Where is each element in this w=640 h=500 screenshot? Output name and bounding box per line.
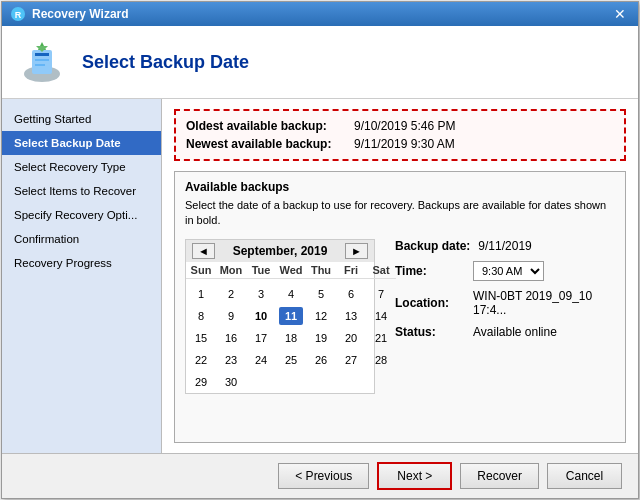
window-title: Recovery Wizard [32, 7, 129, 21]
cal-header-wed: Wed [276, 262, 306, 279]
sidebar-item-select-recovery-type[interactable]: Select Recovery Type [2, 155, 161, 179]
cal-header-sun: Sun [186, 262, 216, 279]
sidebar-item-select-backup-date[interactable]: Select Backup Date [2, 131, 161, 155]
sidebar-item-select-items-to-recover[interactable]: Select Items to Recover [2, 179, 161, 203]
newest-backup-row: Newest available backup: 9/11/2019 9:30 … [186, 135, 614, 153]
calendar-day[interactable]: 11 [276, 305, 306, 327]
svg-text:R: R [15, 10, 22, 20]
title-bar-left: R Recovery Wizard [10, 6, 129, 22]
sidebar-item-specify-recovery-options[interactable]: Specify Recovery Opti... [2, 203, 161, 227]
calendar-day[interactable]: 13 [336, 305, 366, 327]
status-label: Status: [395, 325, 465, 339]
next-button[interactable]: Next > [377, 462, 452, 490]
svg-rect-5 [35, 59, 49, 61]
cancel-button[interactable]: Cancel [547, 463, 622, 489]
newest-backup-value: 9/11/2019 9:30 AM [354, 137, 455, 151]
calendar-day [366, 371, 396, 393]
calendar-day[interactable]: 21 [366, 327, 396, 349]
calendar-day[interactable]: 26 [306, 349, 336, 371]
main-body: Getting Started Select Backup Date Selec… [2, 99, 638, 453]
calendar-day [336, 371, 366, 393]
calendar-day [276, 371, 306, 393]
calendar-day[interactable]: 23 [216, 349, 246, 371]
calendar-day[interactable]: 29 [186, 371, 216, 393]
backup-date-value: 9/11/2019 [478, 239, 531, 253]
calendar-day[interactable]: 24 [246, 349, 276, 371]
calendar-day[interactable]: 9 [216, 305, 246, 327]
calendar-day[interactable]: 4 [276, 283, 306, 305]
backup-details: Backup date: 9/11/2019 Time: 9:30 AM Loc… [395, 239, 615, 394]
calendar-day[interactable]: 22 [186, 349, 216, 371]
footer: < Previous Next > Recover Cancel [2, 453, 638, 498]
oldest-backup-row: Oldest available backup: 9/10/2019 5:46 … [186, 117, 614, 135]
calendar-day[interactable]: 20 [336, 327, 366, 349]
calendar-day[interactable]: 15 [186, 327, 216, 349]
calendar-day[interactable]: 8 [186, 305, 216, 327]
recover-button[interactable]: Recover [460, 463, 539, 489]
calendar-day[interactable]: 7 [366, 283, 396, 305]
wizard-icon: R [10, 6, 26, 22]
calendar-day[interactable]: 5 [306, 283, 336, 305]
sidebar: Getting Started Select Backup Date Selec… [2, 99, 162, 453]
header-section: Select Backup Date [2, 26, 638, 99]
available-backups-desc: Select the date of a backup to use for r… [185, 198, 615, 229]
svg-rect-4 [35, 53, 49, 56]
calendar-day[interactable]: 1 [186, 283, 216, 305]
available-backups-title: Available backups [185, 180, 615, 194]
calendar-day[interactable]: 12 [306, 305, 336, 327]
previous-button[interactable]: < Previous [278, 463, 369, 489]
calendar-header: ◄ September, 2019 ► [186, 240, 374, 262]
calendar-table: Sun Mon Tue Wed Thu Fri Sat 123 [186, 262, 396, 393]
calendar-day[interactable]: 10 [246, 305, 276, 327]
calendar-day[interactable]: 27 [336, 349, 366, 371]
time-label: Time: [395, 264, 465, 278]
content-area: Oldest available backup: 9/10/2019 5:46 … [162, 99, 638, 453]
calendar-day[interactable]: 28 [366, 349, 396, 371]
backup-date-label: Backup date: [395, 239, 470, 253]
location-label: Location: [395, 296, 465, 310]
status-value: Available online [473, 325, 557, 339]
calendar: ◄ September, 2019 ► Sun Mon Tue Wed [185, 239, 375, 394]
svg-rect-6 [35, 64, 45, 66]
oldest-backup-value: 9/10/2019 5:46 PM [354, 119, 455, 133]
sidebar-item-recovery-progress[interactable]: Recovery Progress [2, 251, 161, 275]
location-row: Location: WIN-0BT 2019_09_10 17:4... [395, 289, 615, 317]
header-title: Select Backup Date [82, 52, 249, 73]
calendar-day[interactable]: 14 [366, 305, 396, 327]
calendar-day[interactable]: 30 [216, 371, 246, 393]
header-icon [18, 38, 66, 86]
sidebar-item-getting-started[interactable]: Getting Started [2, 107, 161, 131]
cal-header-fri: Fri [336, 262, 366, 279]
time-row: Time: 9:30 AM [395, 261, 615, 281]
time-select[interactable]: 9:30 AM [473, 261, 544, 281]
calendar-day[interactable]: 16 [216, 327, 246, 349]
calendar-and-info: ◄ September, 2019 ► Sun Mon Tue Wed [185, 239, 615, 394]
cal-header-tue: Tue [246, 262, 276, 279]
available-backups-box: Available backups Select the date of a b… [174, 171, 626, 443]
info-box: Oldest available backup: 9/10/2019 5:46 … [174, 109, 626, 161]
calendar-day[interactable]: 19 [306, 327, 336, 349]
calendar-month: September, 2019 [233, 244, 328, 258]
title-bar: R Recovery Wizard ✕ [2, 2, 638, 26]
recovery-wizard-window: R Recovery Wizard ✕ Select Backup Date G… [1, 1, 639, 499]
calendar-day[interactable]: 18 [276, 327, 306, 349]
oldest-backup-label: Oldest available backup: [186, 119, 346, 133]
calendar-prev-button[interactable]: ◄ [192, 243, 215, 259]
close-button[interactable]: ✕ [610, 7, 630, 21]
sidebar-item-confirmation[interactable]: Confirmation [2, 227, 161, 251]
calendar-next-button[interactable]: ► [345, 243, 368, 259]
calendar-day [246, 371, 276, 393]
calendar-day[interactable]: 17 [246, 327, 276, 349]
calendar-day[interactable]: 6 [336, 283, 366, 305]
location-value: WIN-0BT 2019_09_10 17:4... [473, 289, 615, 317]
backup-date-row: Backup date: 9/11/2019 [395, 239, 615, 253]
cal-header-sat: Sat [366, 262, 396, 279]
calendar-day[interactable]: 25 [276, 349, 306, 371]
calendar-day[interactable]: 2 [216, 283, 246, 305]
calendar-day[interactable]: 3 [246, 283, 276, 305]
status-row: Status: Available online [395, 325, 615, 339]
calendar-day [306, 371, 336, 393]
cal-header-mon: Mon [216, 262, 246, 279]
cal-header-thu: Thu [306, 262, 336, 279]
newest-backup-label: Newest available backup: [186, 137, 346, 151]
